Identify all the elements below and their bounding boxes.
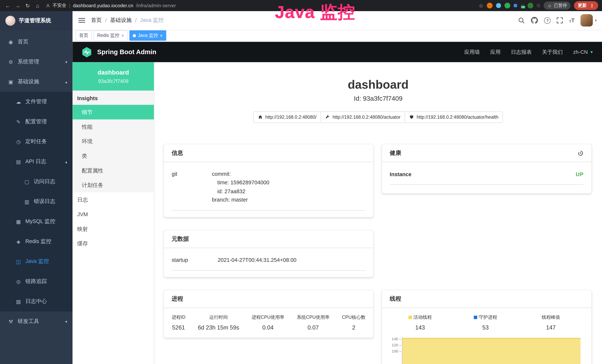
heart-icon <box>409 115 414 119</box>
service-url-link[interactable]: http://192.168.0.2:48080/ <box>253 111 321 123</box>
topbar-actions: ? TT ▾ <box>518 14 597 27</box>
back-icon[interactable]: ← <box>4 2 11 9</box>
tampermonkey-extension-icon[interactable]: on <box>521 4 524 7</box>
forward-icon[interactable]: → <box>14 2 22 9</box>
wrench-icon <box>325 115 330 119</box>
sidebar-item-file-mgmt[interactable]: ☁ 文件管理 <box>0 92 73 112</box>
tab-home[interactable]: 首页 <box>76 30 92 41</box>
insights-group-label: Insights <box>73 91 154 105</box>
sidebar-item-redis-monitor[interactable]: ◈ Redis 监控 <box>0 232 73 252</box>
active-threads-area <box>402 338 580 364</box>
history-icon[interactable] <box>577 150 583 156</box>
sidebar-item-system-mgmt[interactable]: ⚙ 系统管理 ▾ <box>0 52 73 72</box>
log-center-icon: ▨ <box>15 299 22 304</box>
sba-menu-details[interactable]: 细节 <box>73 105 154 119</box>
sba-menu-environment[interactable]: 环境 <box>73 134 154 149</box>
info-row-git: git commit: time: 1596289704000 id: 27aa… <box>172 164 366 211</box>
sba-menu-caches[interactable]: 缓存 <box>73 236 154 251</box>
legend-label: 线程峰值 <box>542 314 560 321</box>
sidebar-item-api-logs[interactable]: ▤ API 日志 ▴ <box>0 152 73 172</box>
page-title: dashboard <box>154 78 602 91</box>
clock-icon: ◷ <box>15 139 22 145</box>
font-size-icon[interactable]: TT <box>569 17 575 23</box>
chevron-up-icon: ▴ <box>65 160 67 164</box>
sidebar-item-infrastructure[interactable]: ▣ 基础设施 ▴ <box>0 72 73 92</box>
sba-menu-metrics[interactable]: 性能 <box>73 119 154 134</box>
sba-menu-scheduled-tasks[interactable]: 计划任务 <box>73 178 154 193</box>
green-extension-icon[interactable] <box>505 3 510 8</box>
sidebar-item-dev-tools[interactable]: ⚒ 研发工具 ▾ <box>0 311 73 331</box>
sba-nav-about[interactable]: 关于我们 <box>542 49 563 55</box>
close-icon[interactable]: × <box>121 33 124 38</box>
sidebar-item-label: Redis 监控 <box>25 238 51 245</box>
metadata-card: 元数据 startup 2021-04-27T00:44:31.254+08:0… <box>163 230 374 278</box>
actuator-url-link[interactable]: http://192.168.0.2:48080/actuator <box>321 111 405 123</box>
metadata-row-startup: startup 2021-04-27T00:44:31.254+08:00 <box>172 250 366 271</box>
sidebar-item-mysql-monitor[interactable]: ▦ MySQL 监控 <box>0 212 73 232</box>
search-icon[interactable] <box>518 17 525 23</box>
sba-menu-config-props[interactable]: 配置属性 <box>73 163 154 178</box>
instance-name: dashboard <box>97 69 129 76</box>
sidebar-item-home[interactable]: ◉ 首页 <box>0 32 73 52</box>
sidebar-item-label: MySQL 监控 <box>25 218 55 225</box>
sidebar-item-label: 配置管理 <box>25 118 47 125</box>
address-bar[interactable]: ⚠ 不安全 | dashboard.yudao.iocoder.cn/infra… <box>44 2 476 9</box>
close-icon[interactable]: × <box>160 33 163 38</box>
sidebar-item-label: 错误日志 <box>34 198 55 205</box>
sba-menu-classes[interactable]: 类 <box>73 149 154 163</box>
sidebar-item-log-center[interactable]: ▨ 日志中心 <box>0 291 73 311</box>
locale-select[interactable]: zh-CN ▼ <box>573 49 593 55</box>
reload-icon[interactable]: ↻ <box>24 2 31 9</box>
grid-extension-icon[interactable] <box>514 4 517 7</box>
info-value: commit: time: 1596289704000 id: 27aa832 … <box>212 170 269 204</box>
help-icon[interactable]: ? <box>544 17 551 23</box>
tab-java-monitor[interactable]: Java 监控 × <box>129 30 166 41</box>
sba-nav-journal[interactable]: 日志报表 <box>511 49 532 55</box>
breadcrumb-home[interactable]: 首页 <box>91 17 102 24</box>
paused-badge[interactable]: ☺ 已暂停 <box>544 1 570 10</box>
sba-menu-mappings[interactable]: 映射 <box>73 222 154 236</box>
drop-extension-icon[interactable] <box>496 3 501 8</box>
sidebar-item-scheduled-jobs[interactable]: ◷ 定时任务 <box>0 132 73 152</box>
sidebar-item-error-logs[interactable]: ▥ 错误日志 <box>0 192 73 212</box>
sidebar-item-tracing[interactable]: ◎ 链路追踪 <box>0 271 73 291</box>
fox-extension-icon[interactable] <box>487 3 493 8</box>
app-logo-row[interactable]: 芋道管理系统 <box>0 11 73 30</box>
java-monitor-icon: ◫ <box>15 259 22 264</box>
tab-redis-monitor[interactable]: Redis 监控 × <box>94 30 127 41</box>
github-icon[interactable] <box>531 17 538 24</box>
metric-label: 运行时间 <box>198 314 239 321</box>
active-tab-dot <box>133 34 136 37</box>
instance-header[interactable]: dashboard 93a3fc7f7409 <box>73 62 154 90</box>
metric-value: 6d 23h 15m 59s <box>198 324 239 331</box>
sidebar-item-java-monitor[interactable]: ◫ Java 监控 <box>0 251 73 271</box>
metric-uptime: 运行时间 6d 23h 15m 59s <box>198 314 239 331</box>
git-branch-line: branch: master <box>212 196 269 204</box>
url-host: dashboard.yudao.iocoder.cn <box>73 3 133 8</box>
kebab-menu-icon[interactable]: ⋮ <box>590 3 594 8</box>
sba-nav: 应用墙 应用 日志报表 关于我们 zh-CN ▼ <box>464 49 593 55</box>
sba-menu-logs[interactable]: 日志 <box>73 192 154 207</box>
sidebar-item-config-mgmt[interactable]: ✎ 配置管理 <box>0 112 73 132</box>
sba-nav-wallboard[interactable]: 应用墙 <box>464 49 480 55</box>
update-button[interactable]: 更新 ⋮ <box>574 1 598 10</box>
sidebar-item-access-logs[interactable]: ▢ 访问日志 <box>0 172 73 192</box>
breadcrumb-section[interactable]: 基础设施 <box>110 17 132 24</box>
legend-daemon-threads: 守护进程 53 <box>453 314 518 331</box>
browser-home-icon[interactable]: ⌂ <box>34 2 41 9</box>
locale-label: zh-CN <box>573 49 588 55</box>
health-url-link[interactable]: http://192.168.0.2:48080/actuator/health <box>405 111 503 123</box>
git-time-line: time: 1596289704000 <box>217 178 269 187</box>
bookmark-star-icon[interactable]: ☆ <box>479 2 484 9</box>
sba-brand[interactable]: Spring Boot Admin <box>97 48 156 56</box>
sba-menu-jvm[interactable]: JVM <box>73 207 154 222</box>
hamburger-icon[interactable] <box>73 18 91 23</box>
sba-nav-applications[interactable]: 应用 <box>490 49 501 55</box>
git-id-line: id: 27aa832 <box>217 187 269 195</box>
puzzle-extension-icon[interactable] <box>537 4 540 7</box>
edit-icon: ✎ <box>15 119 22 125</box>
leaf-extension-icon[interactable] <box>528 3 533 8</box>
sidebar-item-label: API 日志 <box>25 158 46 165</box>
user-menu[interactable]: ▾ <box>581 14 597 27</box>
fullscreen-icon[interactable] <box>557 17 563 23</box>
